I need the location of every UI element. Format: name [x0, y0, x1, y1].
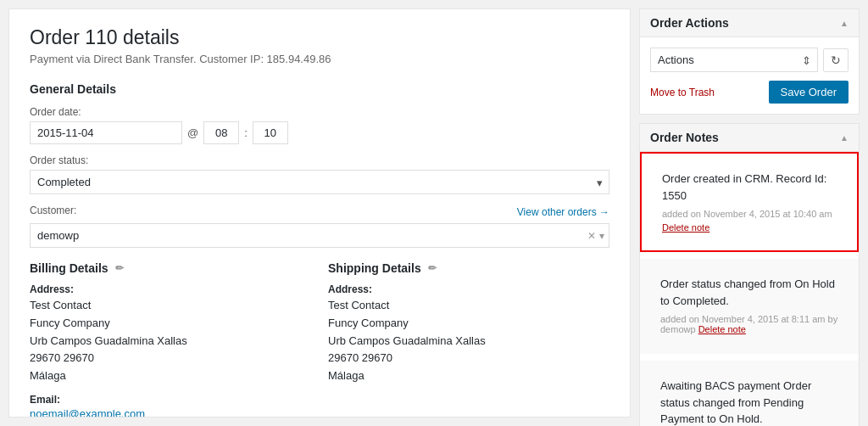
actions-row: Actions Email invoice / order details to…: [650, 48, 849, 72]
order-date-input[interactable]: [30, 121, 182, 144]
dropdown-icon[interactable]: ▾: [599, 230, 604, 242]
move-to-trash-link[interactable]: Move to Trash: [650, 87, 715, 98]
note-meta-1: added on November 4, 2015 at 10:40 am: [662, 209, 837, 219]
order-status-select-wrap: Completed Pending Payment On Hold Proces…: [30, 170, 609, 194]
order-minute-input[interactable]: [253, 121, 288, 144]
delete-note-link-1[interactable]: Delete note: [662, 222, 709, 233]
note-body-1: Order created in CRM. Record Id: 1550 ad…: [652, 162, 847, 242]
order-notes-title: Order Notes: [650, 131, 719, 144]
order-actions-box: Order Actions ▲ Actions Email invoice / …: [639, 8, 860, 115]
billing-email-block: Email: noemail@example.com: [30, 394, 311, 418]
billing-address-text: Test Contact Funcy Company Urb Campos Gu…: [30, 297, 311, 385]
note-item-2: Order status changed from On Hold to Com…: [640, 259, 859, 354]
actions-select-container: Actions Email invoice / order details to…: [650, 48, 818, 72]
page-title: Order 110 details: [30, 26, 609, 49]
note-body-3: Awaiting BACS payment Order status chang…: [650, 369, 849, 426]
refresh-button[interactable]: ↻: [823, 48, 849, 72]
shipping-address-block: Address: Test Contact Funcy Company Urb …: [328, 283, 609, 385]
customer-input[interactable]: [30, 223, 609, 248]
billing-email-label: Email:: [30, 394, 311, 406]
customer-label-row: Customer: View other orders →: [30, 205, 609, 220]
main-content: Order 110 details Payment via Direct Ban…: [8, 8, 631, 418]
page-subtitle: Payment via Direct Bank Transfer. Custom…: [30, 53, 609, 65]
general-details-section: General Details Order date: @ : Order st…: [30, 82, 609, 248]
billing-address-block: Address: Test Contact Funcy Company Urb …: [30, 283, 311, 385]
order-actions-header: Order Actions ▲: [640, 9, 859, 37]
billing-edit-icon[interactable]: ✏: [115, 262, 124, 274]
order-actions-title: Order Actions: [650, 16, 729, 30]
order-actions-body: Actions Email invoice / order details to…: [640, 37, 859, 114]
shipping-title: Shipping Details ✏: [328, 261, 609, 275]
note-body-2: Order status changed from On Hold to Com…: [650, 267, 849, 345]
actions-select[interactable]: Actions Email invoice / order details to…: [650, 48, 818, 72]
note-item-3: Awaiting BACS payment Order status chang…: [640, 361, 859, 426]
customer-select-wrap: ✕ ▾: [30, 223, 609, 248]
order-date-field: Order date: @ :: [30, 106, 609, 144]
shipping-edit-icon[interactable]: ✏: [428, 262, 437, 274]
shipping-address-label: Address:: [328, 283, 609, 295]
billing-title: Billing Details ✏: [30, 261, 311, 275]
save-order-button[interactable]: Save Order: [769, 81, 849, 104]
shipping-address-text: Test Contact Funcy Company Urb Campos Gu…: [328, 297, 609, 385]
note-text-1: Order created in CRM. Record Id: 1550: [662, 171, 837, 204]
note-meta-2: added on November 4, 2015 at 8:11 am by …: [660, 314, 838, 334]
at-sign: @: [187, 126, 198, 139]
billing-section: Billing Details ✏ Address: Test Contact …: [30, 261, 311, 418]
shipping-section: Shipping Details ✏ Address: Test Contact…: [328, 261, 609, 418]
view-other-orders-link[interactable]: View other orders →: [517, 206, 609, 218]
sidebar: Order Actions ▲ Actions Email invoice / …: [631, 0, 868, 426]
time-colon: :: [244, 126, 248, 139]
order-status-label: Order status:: [30, 154, 609, 166]
note-item-1: Order created in CRM. Record Id: 1550 ad…: [640, 152, 859, 252]
order-status-select[interactable]: Completed Pending Payment On Hold Proces…: [30, 170, 609, 194]
delete-note-link-2[interactable]: Delete note: [698, 324, 746, 334]
customer-icons: ✕ ▾: [587, 230, 604, 242]
date-row: @ :: [30, 121, 609, 144]
address-columns: Billing Details ✏ Address: Test Contact …: [30, 261, 609, 418]
note-text-3: Awaiting BACS payment Order status chang…: [660, 378, 838, 426]
order-hour-input[interactable]: [203, 121, 239, 144]
order-status-field: Order status: Completed Pending Payment …: [30, 154, 609, 194]
general-details-title: General Details: [30, 82, 609, 96]
order-notes-collapse-icon[interactable]: ▲: [840, 133, 849, 143]
clear-icon[interactable]: ✕: [587, 230, 596, 242]
order-date-label: Order date:: [30, 106, 609, 118]
actions-footer: Move to Trash Save Order: [650, 81, 849, 104]
billing-address-label: Address:: [30, 283, 311, 295]
order-actions-collapse-icon[interactable]: ▲: [840, 19, 849, 28]
customer-field: Customer: View other orders → ✕ ▾: [30, 205, 609, 248]
note-text-2: Order status changed from On Hold to Com…: [660, 276, 838, 309]
order-notes-header: Order Notes ▲: [640, 124, 859, 152]
billing-email-link[interactable]: noemail@example.com: [30, 407, 145, 418]
customer-label: Customer:: [30, 205, 76, 216]
order-notes-box: Order Notes ▲ Order created in CRM. Reco…: [639, 123, 860, 426]
